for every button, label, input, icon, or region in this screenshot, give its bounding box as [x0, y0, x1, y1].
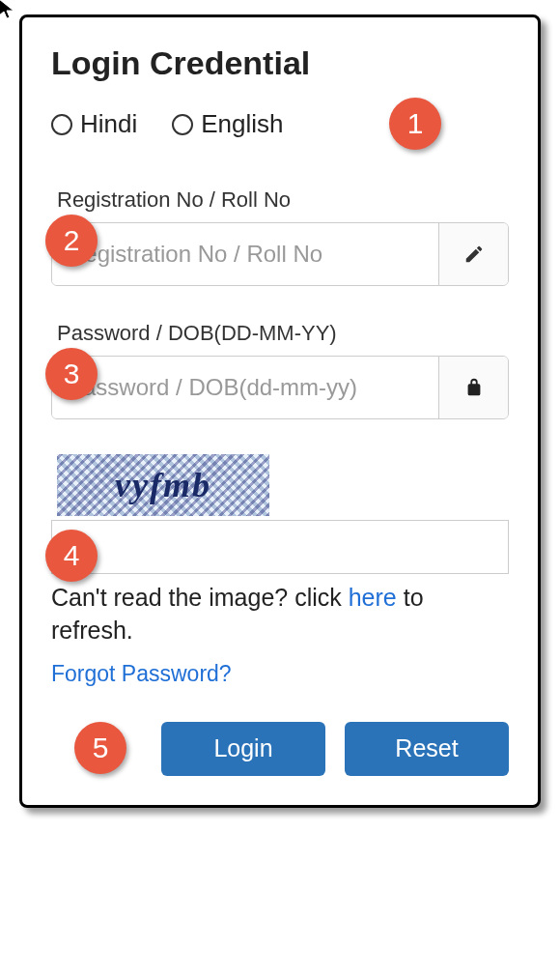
captcha-refresh-link[interactable]: here	[349, 584, 397, 611]
captcha-image: vyfmb	[57, 454, 269, 516]
password-label: Password / DOB(DD-MM-YY)	[57, 321, 509, 346]
password-field-group: Password / DOB(DD-MM-YY) 3	[51, 321, 509, 419]
refresh-prefix: Can't read the image? click	[51, 584, 349, 611]
forgot-password-link[interactable]: Forgot Password?	[51, 661, 232, 687]
radio-icon	[51, 114, 72, 135]
password-input-wrap	[51, 356, 509, 419]
registration-input[interactable]	[52, 223, 438, 285]
login-panel: Login Credential Hindi English 1 Registr…	[19, 14, 541, 808]
captcha-text: vyfmb	[115, 465, 211, 505]
annotation-marker-5: 5	[74, 722, 126, 774]
registration-label: Registration No / Roll No	[57, 187, 509, 213]
button-row: Login Reset 5	[51, 722, 509, 776]
edit-icon	[438, 223, 508, 285]
lock-icon	[438, 357, 508, 418]
registration-input-wrap	[51, 222, 509, 286]
language-selector: Hindi English 1	[51, 109, 509, 139]
language-hindi-label: Hindi	[80, 109, 137, 139]
captcha-block: vyfmb Can't read the image? click here t…	[51, 454, 509, 687]
registration-field-group: Registration No / Roll No 2	[51, 187, 509, 286]
language-english-label: English	[201, 109, 283, 139]
captcha-refresh-text: Can't read the image? click here to refr…	[51, 582, 509, 647]
login-button[interactable]: Login	[161, 722, 325, 776]
language-hindi-option[interactable]: Hindi	[51, 109, 137, 139]
captcha-input[interactable]	[51, 520, 509, 574]
annotation-marker-1: 1	[389, 98, 441, 150]
radio-icon	[172, 114, 193, 135]
reset-button[interactable]: Reset	[345, 722, 509, 776]
panel-title: Login Credential	[51, 44, 509, 82]
password-input[interactable]	[52, 357, 438, 418]
language-english-option[interactable]: English	[172, 109, 283, 139]
